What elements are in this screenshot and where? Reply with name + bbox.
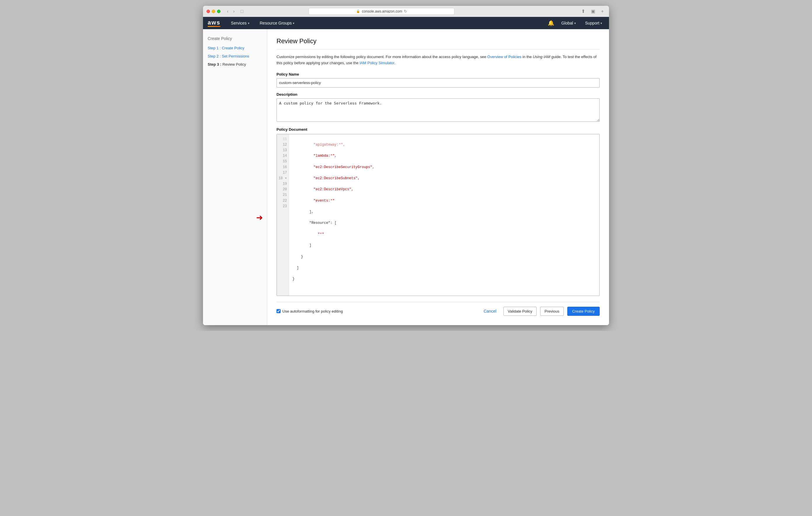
- intro-text-1: Customize permissions by editing the fol…: [277, 55, 487, 59]
- intro-text: Customize permissions by editing the fol…: [277, 54, 600, 66]
- sidebar-title: Create Policy: [208, 36, 262, 41]
- support-label: Support: [585, 21, 599, 25]
- code-line-11: "apigateway:*",: [293, 142, 375, 148]
- share-button[interactable]: ⬆: [580, 8, 587, 15]
- services-menu[interactable]: Services ▾: [229, 20, 252, 27]
- aws-logo[interactable]: aws: [208, 20, 221, 27]
- ln-23: 23: [279, 204, 287, 209]
- content-area: Review Policy Customize permissions by e…: [267, 29, 609, 325]
- global-label: Global: [561, 21, 573, 25]
- ln-16: 16: [279, 165, 287, 170]
- aws-logo-underline: [208, 26, 221, 27]
- step2-link[interactable]: Step 2 : Set Permissions: [208, 54, 249, 58]
- ln-18: 18 ▾: [279, 176, 287, 181]
- code-line-17: ],: [293, 209, 375, 215]
- minimize-button[interactable]: [212, 10, 215, 13]
- global-menu[interactable]: Global ▾: [559, 20, 578, 27]
- back-button[interactable]: ‹: [225, 8, 230, 15]
- overview-policies-link[interactable]: Overview of Policies: [487, 55, 522, 59]
- bottom-bar: Use autoformatting for policy editing Ca…: [277, 302, 600, 317]
- tabs-button[interactable]: ▣: [589, 8, 597, 15]
- bell-icon[interactable]: 🔔: [548, 20, 554, 26]
- code-line-23: }: [293, 276, 375, 282]
- ln-12: 12: [279, 142, 287, 148]
- policy-name-label: Policy Name: [277, 72, 600, 77]
- code-line-21: }: [293, 254, 375, 260]
- code-line-12: "lambda:*",: [293, 153, 375, 159]
- address-bar[interactable]: 🔒 console.aws.amazon.com ↻: [309, 8, 455, 15]
- browser-titlebar: ‹ › □ 🔒 console.aws.amazon.com ↻ ⬆ ▣ +: [203, 6, 609, 17]
- code-editor-wrapper: ➜ 11 12 13 14 15 16 17 18 ▾ 19: [277, 134, 600, 302]
- ln-17: 17: [279, 170, 287, 176]
- code-editor[interactable]: 11 12 13 14 15 16 17 18 ▾ 19 20 21 22: [277, 134, 600, 296]
- code-line-22: ]: [293, 265, 375, 271]
- code-line-19: "*": [293, 232, 375, 237]
- previous-button[interactable]: Previous: [540, 307, 564, 316]
- ln-14: 14: [279, 153, 287, 159]
- intro-text-2: in the: [522, 55, 533, 59]
- code-line-13: "ec2:DescribeSecurityGroups",: [293, 165, 375, 170]
- ln-13: 13: [279, 148, 287, 153]
- code-body: "apigateway:*", "lambda:*", "ec2:Describ…: [289, 134, 378, 296]
- close-button[interactable]: [206, 10, 210, 13]
- nav-buttons: ‹ ›: [225, 8, 236, 15]
- browser-window: ‹ › □ 🔒 console.aws.amazon.com ↻ ⬆ ▣ + a…: [203, 6, 609, 325]
- support-menu[interactable]: Support ▾: [583, 20, 604, 27]
- step3-label: Review Policy: [223, 62, 246, 66]
- code-line-18: "Resource": [: [293, 220, 375, 226]
- code-line-15: "ec2:DescribeVpcs",: [293, 187, 375, 192]
- line-numbers: 11 12 13 14 15 16 17 18 ▾ 19 20 21 22: [277, 134, 289, 296]
- description-label: Description: [277, 92, 600, 97]
- description-textarea[interactable]: A custom policy for the Serverless Frame…: [277, 98, 600, 122]
- sidebar-step-1: Step 1 : Create Policy: [208, 46, 262, 51]
- ln-15: 15: [279, 159, 287, 164]
- code-line-20: ]: [293, 243, 375, 248]
- lock-icon: 🔒: [356, 9, 360, 13]
- global-chevron-icon: ▾: [574, 22, 576, 25]
- iam-simulator-link[interactable]: IAM Policy Simulator: [359, 61, 394, 65]
- autoformat-checkbox-label[interactable]: Use autoformatting for policy editing: [277, 309, 343, 314]
- url-text: console.aws.amazon.com: [362, 9, 402, 13]
- main-layout: Create Policy Step 1 : Create Policy Ste…: [203, 29, 609, 325]
- create-policy-button[interactable]: Create Policy: [567, 307, 600, 316]
- autoformat-checkbox[interactable]: [277, 309, 281, 313]
- validate-policy-button[interactable]: Validate Policy: [503, 307, 536, 316]
- autoformat-label: Use autoformatting for policy editing: [282, 309, 343, 314]
- ln-11: 11: [279, 137, 287, 142]
- sidebar-step-2: Step 2 : Set Permissions: [208, 54, 262, 59]
- new-tab-button[interactable]: +: [599, 8, 606, 15]
- divider: [277, 49, 600, 49]
- policy-name-input[interactable]: [277, 78, 600, 87]
- services-chevron-icon: ▾: [248, 22, 250, 25]
- arrow-annotation: ➜: [256, 214, 263, 222]
- resource-groups-chevron-icon: ▾: [293, 22, 294, 25]
- nav-right: 🔔 Global ▾ Support ▾: [548, 20, 604, 27]
- traffic-lights: [206, 10, 221, 13]
- ln-20: 20: [279, 187, 287, 192]
- services-label: Services: [231, 21, 247, 25]
- red-arrow-icon: ➜: [256, 214, 263, 222]
- support-chevron-icon: ▾: [601, 22, 602, 25]
- step3-prefix: Step 3 :: [208, 62, 221, 66]
- code-content: 11 12 13 14 15 16 17 18 ▾ 19 20 21 22: [277, 134, 599, 296]
- sidebar: Create Policy Step 1 : Create Policy Ste…: [203, 29, 267, 325]
- maximize-button[interactable]: [217, 10, 221, 13]
- aws-navbar: aws Services ▾ Resource Groups ▾ 🔔 Globa…: [203, 17, 609, 29]
- ln-21: 21: [279, 192, 287, 198]
- step1-link[interactable]: Step 1 : Create Policy: [208, 46, 244, 50]
- policy-doc-label: Policy Document: [277, 127, 600, 132]
- forward-button[interactable]: ›: [231, 8, 236, 15]
- code-line-16: "events:*": [293, 198, 375, 204]
- aws-logo-text: aws: [208, 20, 221, 25]
- sidebar-toggle-button[interactable]: □: [239, 8, 245, 15]
- sidebar-step-3: Step 3 : Review Policy: [208, 62, 262, 67]
- resource-groups-label: Resource Groups: [260, 21, 292, 25]
- ln-22: 22: [279, 198, 287, 204]
- refresh-icon[interactable]: ↻: [404, 9, 407, 13]
- cancel-button[interactable]: Cancel: [480, 307, 500, 315]
- intro-text-4: .: [394, 61, 396, 65]
- ln-19: 19: [279, 181, 287, 187]
- intro-italic: Using IAM: [533, 55, 550, 59]
- resource-groups-menu[interactable]: Resource Groups ▾: [258, 20, 297, 27]
- page-title: Review Policy: [277, 37, 600, 45]
